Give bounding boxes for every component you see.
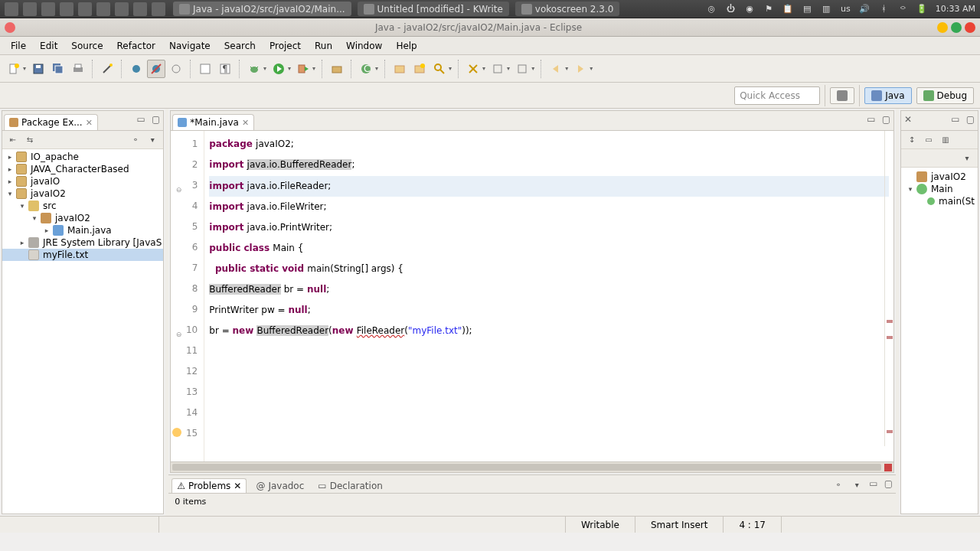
wand-button[interactable]	[98, 60, 116, 78]
outline-tree[interactable]: javaIO2▾Mainmain(St	[901, 168, 978, 514]
quick-access-input[interactable]: Quick Access	[734, 86, 820, 105]
dropdown-arrow-icon[interactable]: ▾	[263, 65, 266, 72]
minimize-view-icon[interactable]: ▭	[869, 478, 877, 491]
code-editor[interactable]: 123⊖45678910⊖1112131415 package javaIO2;…	[171, 131, 893, 461]
dropdown-arrow-icon[interactable]: ▾	[288, 65, 291, 72]
expand-icon[interactable]: ▸	[42, 227, 51, 234]
save-button[interactable]	[29, 60, 47, 78]
maximize-view-icon[interactable]: ▢	[882, 114, 890, 125]
tree-node[interactable]: ▸JAVA_CharacterBased	[2, 163, 163, 175]
dropdown-arrow-icon[interactable]: ▾	[23, 65, 26, 72]
back-button[interactable]	[547, 60, 565, 78]
clock[interactable]: 10:33 AM	[936, 4, 975, 14]
print-button[interactable]	[69, 60, 87, 78]
dropdown-arrow-icon[interactable]: ▾	[531, 65, 534, 72]
launcher-icon[interactable]	[78, 2, 92, 16]
close-button[interactable]	[965, 22, 975, 33]
run-button[interactable]	[270, 60, 288, 78]
menu-file[interactable]: File	[5, 39, 32, 53]
new-button[interactable]	[5, 60, 23, 78]
search-button[interactable]	[430, 60, 449, 78]
tree-node[interactable]: ▸IO_apache	[2, 151, 163, 163]
outline-node[interactable]: ▾Main	[904, 183, 975, 195]
launcher-icon[interactable]	[5, 2, 18, 16]
dropdown-arrow-icon[interactable]: ▾	[375, 65, 378, 72]
package-explorer-tree[interactable]: ▸IO_apache▸JAVA_CharacterBased▸javaIO▾ja…	[2, 149, 163, 514]
taskbar-item-vokoscreen[interactable]: vokoscreen 2.3.0	[515, 2, 620, 16]
tree-node[interactable]: ▾src	[2, 200, 163, 212]
taskbar-item-kwrite[interactable]: Untitled [modified] - KWrite	[358, 2, 509, 16]
tool-button[interactable]	[513, 60, 531, 78]
tool-button[interactable]	[410, 60, 429, 78]
close-icon[interactable]: ✕	[904, 114, 912, 125]
view-menu-icon[interactable]: ▾	[851, 478, 863, 491]
tree-node[interactable]: ▾javaIO2	[2, 212, 163, 224]
close-icon[interactable]: ✕	[242, 118, 249, 128]
bluetooth-icon[interactable]: ᚼ	[878, 3, 890, 15]
tool-button[interactable]: ¶	[216, 60, 234, 78]
filter-icon[interactable]: ⚬	[129, 134, 142, 146]
battery-icon[interactable]: 🔋	[916, 3, 928, 15]
menu-search[interactable]: Search	[218, 39, 262, 53]
maximize-view-icon[interactable]: ▢	[152, 114, 160, 125]
tool-button[interactable]	[464, 60, 482, 78]
new-class-button[interactable]: C	[357, 60, 375, 78]
close-icon[interactable]: ✕	[234, 481, 241, 491]
launcher-icon[interactable]	[60, 2, 74, 16]
tree-node[interactable]: ▸JRE System Library [JavaS	[2, 236, 163, 249]
tree-node[interactable]: ▸Main.java	[2, 224, 163, 236]
launcher-icon[interactable]	[152, 2, 165, 16]
tree-node[interactable]: myFile.txt	[2, 249, 163, 261]
tab-problems[interactable]: ⚠ Problems ✕	[172, 478, 247, 493]
menu-source[interactable]: Source	[65, 39, 109, 53]
filter-icon[interactable]: ▭	[923, 134, 935, 146]
tray-icon[interactable]: ⏻	[725, 3, 737, 15]
tray-icon[interactable]: ⚑	[763, 3, 775, 15]
maximize-view-icon[interactable]: ▢	[966, 114, 975, 125]
tray-icon[interactable]: ▥	[821, 3, 832, 15]
expand-icon[interactable]: ▸	[5, 165, 15, 173]
launcher-icon[interactable]	[133, 2, 147, 16]
expand-icon[interactable]: ▾	[906, 185, 915, 193]
expand-icon[interactable]: ▾	[5, 190, 15, 197]
menu-run[interactable]: Run	[309, 39, 338, 53]
expand-icon[interactable]: ▸	[5, 178, 15, 185]
menu-navigate[interactable]: Navigate	[163, 39, 217, 53]
maximize-button[interactable]	[951, 22, 962, 33]
perspective-debug[interactable]: Debug	[916, 87, 974, 104]
skip-breakpoints-button[interactable]	[147, 60, 165, 78]
expand-icon[interactable]: ▸	[18, 239, 27, 246]
launcher-icon[interactable]	[96, 2, 110, 16]
outline-node[interactable]: javaIO2	[904, 171, 975, 183]
debug-breakpoint-button[interactable]	[127, 60, 145, 78]
menu-edit[interactable]: Edit	[34, 39, 64, 53]
tree-node[interactable]: ▸javaIO	[2, 175, 163, 187]
perspective-java[interactable]: Java	[864, 87, 911, 104]
menu-help[interactable]: Help	[390, 39, 423, 53]
tray-icon[interactable]: ◎	[706, 3, 717, 15]
tray-icon[interactable]: 📋	[782, 3, 794, 15]
menu-project[interactable]: Project	[263, 39, 307, 53]
forward-button[interactable]	[571, 60, 590, 78]
link-editor-icon[interactable]: ⇆	[24, 134, 36, 146]
new-package-button[interactable]	[328, 60, 346, 78]
overview-ruler[interactable]	[884, 131, 893, 446]
volume-icon[interactable]: 🔊	[859, 3, 871, 15]
run-last-button[interactable]	[294, 60, 312, 78]
dropdown-arrow-icon[interactable]: ▾	[449, 65, 452, 72]
tool-button[interactable]	[488, 60, 507, 78]
minimize-button[interactable]	[937, 22, 948, 33]
open-perspective-button[interactable]	[830, 87, 854, 104]
dropdown-arrow-icon[interactable]: ▾	[590, 65, 593, 72]
dropdown-arrow-icon[interactable]: ▾	[482, 65, 485, 72]
view-menu-icon[interactable]: ▾	[961, 152, 973, 165]
dropdown-arrow-icon[interactable]: ▾	[507, 65, 510, 72]
tab-javadoc[interactable]: @ Javadoc	[251, 479, 309, 493]
expand-icon[interactable]: ▸	[5, 153, 15, 161]
horizontal-scrollbar[interactable]	[171, 461, 893, 472]
open-type-button[interactable]	[390, 60, 409, 78]
maximize-view-icon[interactable]: ▢	[884, 478, 893, 491]
minimize-view-icon[interactable]: ▭	[951, 114, 959, 125]
save-all-button[interactable]	[49, 60, 67, 78]
chrome-icon[interactable]: ◉	[744, 3, 756, 15]
